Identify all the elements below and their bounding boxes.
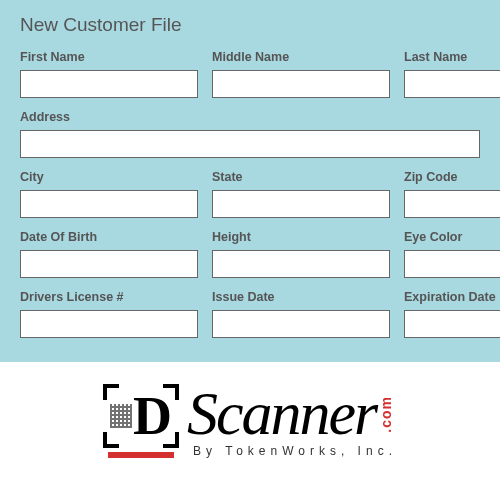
logo-area: D Scanner .com By TokenWorks, Inc. — [0, 362, 500, 470]
input-zip[interactable] — [404, 190, 500, 218]
scanner-main-row: Scanner .com — [187, 386, 397, 442]
customer-form-panel: New Customer File First Name Middle Name… — [0, 0, 500, 362]
label-city: City — [20, 170, 198, 184]
field-eye-color: Eye Color — [404, 230, 500, 278]
input-middle-name[interactable] — [212, 70, 390, 98]
row-license: Drivers License # Issue Date Expiration … — [20, 290, 480, 338]
label-dl: Drivers License # — [20, 290, 198, 304]
field-exp-date: Expiration Date — [404, 290, 500, 338]
id-badge-icon: D — [103, 384, 179, 460]
qr-code-icon — [110, 404, 132, 428]
field-city: City — [20, 170, 198, 218]
form-title: New Customer File — [20, 14, 480, 36]
byline-text: By TokenWorks, Inc. — [193, 444, 397, 458]
field-first-name: First Name — [20, 50, 198, 98]
field-height: Height — [212, 230, 390, 278]
dotcom-text: .com — [378, 396, 394, 433]
field-address: Address — [20, 110, 480, 158]
field-issue-date: Issue Date — [212, 290, 390, 338]
input-state[interactable] — [212, 190, 390, 218]
label-state: State — [212, 170, 390, 184]
row-physical: Date Of Birth Height Eye Color Gender — [20, 230, 480, 278]
label-address: Address — [20, 110, 480, 124]
input-issue-date[interactable] — [212, 310, 390, 338]
input-first-name[interactable] — [20, 70, 198, 98]
input-last-name[interactable] — [404, 70, 500, 98]
label-dob: Date Of Birth — [20, 230, 198, 244]
label-eye-color: Eye Color — [404, 230, 500, 244]
row-city-state-zip: City State Zip Code — [20, 170, 480, 218]
input-exp-date[interactable] — [404, 310, 500, 338]
label-middle-name: Middle Name — [212, 50, 390, 64]
row-name: First Name Middle Name Last Name — [20, 50, 480, 98]
input-city[interactable] — [20, 190, 198, 218]
input-address[interactable] — [20, 130, 480, 158]
field-dl: Drivers License # — [20, 290, 198, 338]
label-first-name: First Name — [20, 50, 198, 64]
field-zip: Zip Code — [404, 170, 500, 218]
field-dob: Date Of Birth — [20, 230, 198, 278]
field-middle-name: Middle Name — [212, 50, 390, 98]
scanner-text: Scanner — [187, 386, 376, 442]
scanner-wordmark: Scanner .com By TokenWorks, Inc. — [187, 386, 397, 458]
label-last-name: Last Name — [404, 50, 500, 64]
field-last-name: Last Name — [404, 50, 500, 98]
logo-letter: D — [133, 389, 172, 443]
field-state: State — [212, 170, 390, 218]
input-height[interactable] — [212, 250, 390, 278]
input-eye-color[interactable] — [404, 250, 500, 278]
label-height: Height — [212, 230, 390, 244]
input-dl[interactable] — [20, 310, 198, 338]
label-exp-date: Expiration Date — [404, 290, 500, 304]
label-issue-date: Issue Date — [212, 290, 390, 304]
id-badge-content: D — [110, 392, 172, 440]
row-address: Address — [20, 110, 480, 158]
red-underline-icon — [108, 452, 174, 458]
label-zip: Zip Code — [404, 170, 500, 184]
input-dob[interactable] — [20, 250, 198, 278]
